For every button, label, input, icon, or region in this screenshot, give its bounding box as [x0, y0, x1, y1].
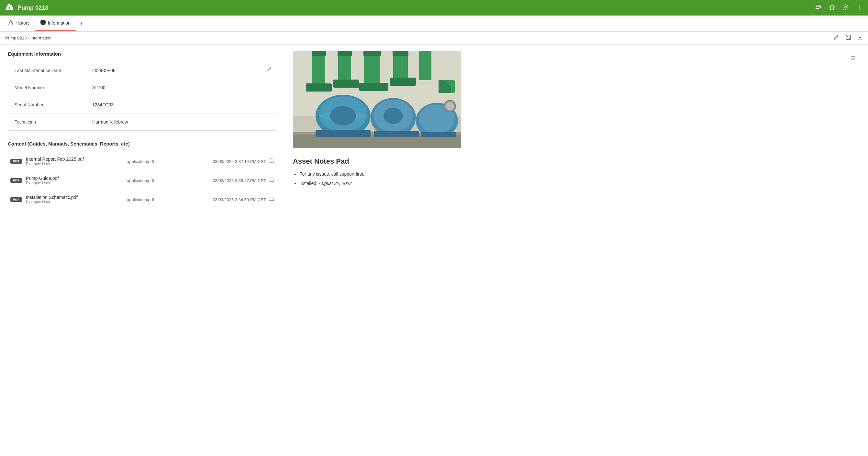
file-info-3: Installation Schematic.pdf Example User [26, 195, 123, 204]
svg-rect-7 [815, 8, 819, 9]
breadcrumb: Pump 0213 - Information [5, 36, 52, 40]
download-icon[interactable] [857, 34, 863, 42]
notes-title: Asset Notes Pad [293, 157, 860, 166]
right-panel: Asset Notes Pad For any issues, call sup… [285, 45, 868, 456]
svg-point-46 [383, 108, 403, 124]
card-edit-icon[interactable] [266, 66, 272, 73]
file-item-1: PDF Internal Report Feb 2025.pdf Example… [8, 152, 277, 171]
svg-point-43 [330, 106, 356, 126]
file-date-1: 03/03/2025 3:37:14 PM CST [213, 159, 274, 164]
model-value: A2700 [92, 85, 105, 90]
model-label: Model Number [14, 85, 92, 90]
tab-bar: History Information + [0, 15, 868, 32]
svg-rect-29 [312, 51, 326, 56]
svg-rect-52 [374, 131, 419, 137]
asset-image [293, 51, 461, 148]
svg-point-12 [845, 6, 847, 8]
svg-rect-3 [8, 4, 10, 5]
svg-rect-9 [819, 6, 822, 6]
svg-point-18 [42, 21, 43, 21]
equipment-info-title: Equipment Information [8, 51, 277, 57]
asset-notes-section: Asset Notes Pad For any issues, call sup… [293, 157, 860, 187]
svg-rect-40 [390, 77, 416, 86]
pdf-badge-1: PDF [10, 159, 22, 164]
svg-point-14 [859, 6, 860, 7]
svg-rect-36 [419, 51, 431, 80]
maintenance-value: 2024-09-06 [92, 68, 116, 73]
history-tab-icon [8, 20, 13, 27]
svg-rect-32 [364, 51, 380, 87]
equipment-info-section: Equipment Information Last Maintenance D… [8, 51, 277, 131]
expand-icon[interactable] [845, 34, 851, 42]
svg-line-22 [270, 68, 270, 69]
tab-information[interactable]: Information [35, 15, 76, 31]
svg-rect-6 [815, 6, 820, 7]
svg-rect-33 [364, 51, 381, 56]
information-tab-icon [40, 20, 46, 27]
file-type-3: application/pdf [127, 197, 209, 202]
file-name-3[interactable]: Installation Schematic.pdf [26, 195, 123, 200]
svg-rect-5 [815, 5, 822, 5]
svg-rect-38 [333, 79, 359, 88]
file-name-1[interactable]: Internal Report Feb 2025.pdf [26, 157, 123, 162]
more-menu-icon[interactable] [856, 4, 863, 12]
add-tab-button[interactable]: + [76, 15, 87, 31]
notes-list: For any issues, call support first. Inst… [293, 171, 860, 187]
svg-rect-31 [338, 51, 352, 56]
file-user-2: Example User [26, 181, 123, 185]
file-type-1: application/pdf [127, 159, 209, 164]
content-section: Content (Guides, Manuals, Schematics, Re… [8, 141, 277, 209]
left-panel: Equipment Information Last Maintenance D… [0, 45, 285, 456]
file-item-3: PDF Installation Schematic.pdf Example U… [8, 190, 277, 209]
serial-value: 1234FG33 [92, 102, 114, 107]
star-icon[interactable] [829, 4, 836, 12]
pdf-badge-2: PDF [10, 178, 22, 183]
svg-point-15 [859, 8, 860, 9]
cloud-icon-3 [269, 197, 274, 202]
svg-rect-4 [5, 9, 13, 10]
note-item-2: Installed: August 22, 2022 [299, 180, 860, 187]
tab-history[interactable]: History [3, 15, 35, 31]
file-date-2: 03/03/2025 3:35:47 PM CST [213, 177, 274, 183]
file-name-2[interactable]: Pump Guide.pdf [26, 175, 123, 181]
tab-information-label: Information [48, 20, 70, 26]
info-row-serial: Serial Number 1234FG33 [8, 96, 277, 113]
svg-rect-10 [819, 8, 822, 8]
edit-icon[interactable] [834, 34, 839, 42]
note-text-1: For any issues, call support first. [299, 171, 364, 176]
svg-rect-35 [393, 51, 408, 56]
file-date-3: 03/03/2025 3:34:59 PM CST [213, 197, 274, 202]
pump-icon [5, 2, 14, 13]
svg-rect-53 [421, 132, 456, 137]
equipment-info-card: Last Maintenance Date 2024-09-06 Model N… [8, 62, 277, 131]
main-content: Equipment Information Last Maintenance D… [0, 45, 868, 456]
cloud-icon-1 [269, 159, 274, 164]
note-item-1: For any issues, call support first. [299, 171, 860, 177]
file-type-2: application/pdf [127, 178, 209, 183]
note-italic-2: August 22, 2022 [319, 181, 352, 186]
serial-label: Serial Number [14, 102, 92, 107]
tab-history-label: History [16, 20, 30, 26]
info-row-model: Model Number A2700 [8, 79, 277, 96]
file-user-1: Example User [26, 162, 123, 166]
pdf-badge-3: PDF [10, 197, 22, 202]
app-title-area: Pump 0213 [5, 2, 48, 13]
settings-icon[interactable] [842, 4, 849, 12]
svg-rect-37 [306, 84, 332, 92]
svg-rect-19 [43, 22, 43, 24]
file-info-1: Internal Report Feb 2025.pdf Example Use… [26, 157, 123, 166]
files-list: PDF Internal Report Feb 2025.pdf Example… [8, 152, 277, 209]
top-bar-actions [815, 4, 863, 12]
technician-label: Technician [14, 119, 92, 125]
svg-rect-39 [359, 83, 389, 91]
cloud-icon-2 [269, 177, 274, 183]
app-title: Pump 0213 [18, 4, 48, 11]
list-icon-button[interactable] [850, 55, 856, 63]
svg-point-13 [859, 4, 860, 5]
add-tab-icon: + [80, 20, 84, 27]
maintenance-label: Last Maintenance Date [14, 68, 92, 73]
svg-rect-1 [10, 7, 13, 9]
technician-value: Harmon Killebrew [92, 119, 128, 125]
filter-icon[interactable] [815, 4, 822, 12]
top-bar: Pump 0213 [0, 0, 868, 15]
